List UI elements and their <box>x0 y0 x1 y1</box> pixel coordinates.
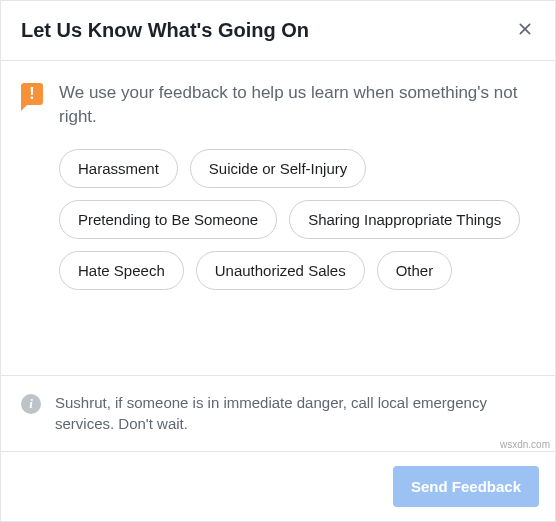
option-harassment[interactable]: Harassment <box>59 149 178 188</box>
option-sharing-inappropriate[interactable]: Sharing Inappropriate Things <box>289 200 520 239</box>
watermark: wsxdn.com <box>500 439 550 450</box>
alert-icon: ! <box>21 83 45 107</box>
intro-text: We use your feedback to help us learn wh… <box>59 81 535 129</box>
option-other[interactable]: Other <box>377 251 453 290</box>
option-hate-speech[interactable]: Hate Speech <box>59 251 184 290</box>
report-options: Harassment Suicide or Self-Injury Preten… <box>21 149 535 330</box>
notice-text: Sushrut, if someone is in immediate dang… <box>55 392 535 436</box>
option-unauthorized-sales[interactable]: Unauthorized Sales <box>196 251 365 290</box>
emergency-notice: i Sushrut, if someone is in immediate da… <box>1 375 555 453</box>
option-pretending[interactable]: Pretending to Be Someone <box>59 200 277 239</box>
option-suicide-self-injury[interactable]: Suicide or Self-Injury <box>190 149 366 188</box>
dialog-header: Let Us Know What's Going On <box>1 1 555 61</box>
dialog-title: Let Us Know What's Going On <box>21 19 309 42</box>
intro-row: ! We use your feedback to help us learn … <box>21 81 535 129</box>
dialog-footer: Send Feedback <box>1 452 555 521</box>
send-feedback-button[interactable]: Send Feedback <box>393 466 539 507</box>
close-icon <box>517 21 533 41</box>
report-dialog: Let Us Know What's Going On ! We use you… <box>0 0 556 522</box>
dialog-body: ! We use your feedback to help us learn … <box>1 61 555 375</box>
info-icon: i <box>21 394 41 414</box>
close-button[interactable] <box>515 21 535 41</box>
